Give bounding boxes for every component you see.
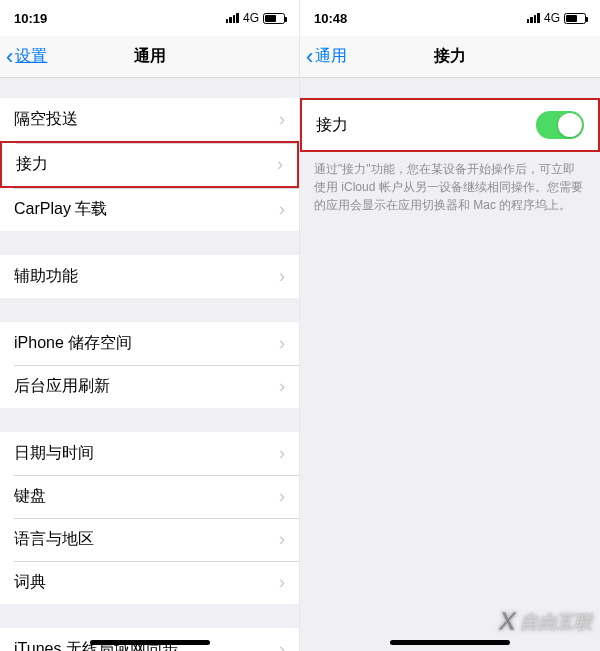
settings-row[interactable]: iPhone 储存空间› xyxy=(0,322,299,365)
page-title: 接力 xyxy=(434,46,466,67)
settings-row[interactable]: 辅助功能› xyxy=(0,255,299,298)
row-right: › xyxy=(279,572,285,593)
settings-row[interactable]: 接力› xyxy=(0,141,299,188)
back-label: 设置 xyxy=(15,46,47,67)
row-label: 隔空投送 xyxy=(14,109,78,130)
status-time: 10:48 xyxy=(314,11,347,26)
row-label: iPhone 储存空间 xyxy=(14,333,132,354)
chevron-right-icon: › xyxy=(279,199,285,220)
settings-row[interactable]: 词典› xyxy=(0,561,299,604)
row-right: › xyxy=(279,109,285,130)
chevron-right-icon: › xyxy=(279,572,285,593)
settings-row[interactable]: 语言与地区› xyxy=(0,518,299,561)
signal-icon xyxy=(527,13,540,23)
row-right: › xyxy=(279,486,285,507)
row-right: › xyxy=(279,376,285,397)
row-right: › xyxy=(279,639,285,651)
back-button[interactable]: ‹ 通用 xyxy=(306,36,347,77)
row-label: CarPlay 车载 xyxy=(14,199,107,220)
battery-icon xyxy=(263,13,285,24)
status-time: 10:19 xyxy=(14,11,47,26)
handoff-toggle-group: 接力 xyxy=(300,98,600,152)
row-label: 语言与地区 xyxy=(14,529,94,550)
row-right: › xyxy=(279,443,285,464)
settings-row[interactable]: 隔空投送› xyxy=(0,98,299,141)
network-label: 4G xyxy=(243,11,259,25)
nav-bar: ‹ 通用 接力 xyxy=(300,36,600,78)
settings-list: 隔空投送›接力›CarPlay 车载›辅助功能›iPhone 储存空间›后台应用… xyxy=(0,98,299,651)
home-indicator[interactable] xyxy=(390,640,510,645)
chevron-right-icon: › xyxy=(279,333,285,354)
settings-group: 日期与时间›键盘›语言与地区›词典› xyxy=(0,432,299,604)
screen-general: 10:19 4G ‹ 设置 通用 隔空投送›接力›CarPlay 车载›辅助功能… xyxy=(0,0,300,651)
row-label: 键盘 xyxy=(14,486,46,507)
settings-group: iPhone 储存空间›后台应用刷新› xyxy=(0,322,299,408)
chevron-right-icon: › xyxy=(279,529,285,550)
status-right: 4G xyxy=(527,11,586,25)
row-right: › xyxy=(279,266,285,287)
settings-row[interactable]: 日期与时间› xyxy=(0,432,299,475)
row-label: 日期与时间 xyxy=(14,443,94,464)
chevron-right-icon: › xyxy=(277,154,283,175)
chevron-right-icon: › xyxy=(279,486,285,507)
chevron-right-icon: › xyxy=(279,639,285,651)
status-right: 4G xyxy=(226,11,285,25)
chevron-right-icon: › xyxy=(279,376,285,397)
settings-group: 辅助功能› xyxy=(0,255,299,298)
chevron-right-icon: › xyxy=(279,266,285,287)
back-button[interactable]: ‹ 设置 xyxy=(6,36,47,77)
row-right: › xyxy=(277,154,283,175)
status-bar: 10:19 4G xyxy=(0,0,299,36)
signal-icon xyxy=(226,13,239,23)
row-right: › xyxy=(279,199,285,220)
back-label: 通用 xyxy=(315,46,347,67)
settings-group: 隔空投送›接力›CarPlay 车载› xyxy=(0,98,299,231)
network-label: 4G xyxy=(544,11,560,25)
settings-row[interactable]: 键盘› xyxy=(0,475,299,518)
settings-row[interactable]: 后台应用刷新› xyxy=(0,365,299,408)
toggle-switch[interactable] xyxy=(536,111,584,139)
row-label: 接力 xyxy=(316,115,348,136)
battery-icon xyxy=(564,13,586,24)
screen-handoff: 10:48 4G ‹ 通用 接力 接力 通过"接力"功能，您在某设备开始操作后，… xyxy=(300,0,600,651)
row-label: 接力 xyxy=(16,154,48,175)
status-bar: 10:48 4G xyxy=(300,0,600,36)
row-right: › xyxy=(279,529,285,550)
row-label: 词典 xyxy=(14,572,46,593)
handoff-content: 接力 通过"接力"功能，您在某设备开始操作后，可立即使用 iCloud 帐户从另… xyxy=(300,98,600,214)
nav-bar: ‹ 设置 通用 xyxy=(0,36,299,78)
row-right: › xyxy=(279,333,285,354)
row-label: 后台应用刷新 xyxy=(14,376,110,397)
chevron-right-icon: › xyxy=(279,443,285,464)
chevron-left-icon: ‹ xyxy=(306,46,313,68)
chevron-right-icon: › xyxy=(279,109,285,130)
settings-row[interactable]: CarPlay 车载› xyxy=(0,188,299,231)
page-title: 通用 xyxy=(134,46,166,67)
chevron-left-icon: ‹ xyxy=(6,46,13,68)
handoff-toggle-row[interactable]: 接力 xyxy=(302,100,598,150)
row-label: 辅助功能 xyxy=(14,266,78,287)
home-indicator[interactable] xyxy=(90,640,210,645)
footer-description: 通过"接力"功能，您在某设备开始操作后，可立即使用 iCloud 帐户从另一设备… xyxy=(300,152,600,214)
